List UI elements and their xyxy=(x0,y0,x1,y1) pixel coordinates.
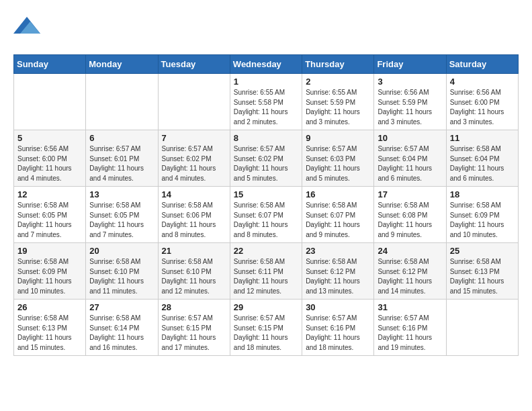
sunset-text: Sunset: 6:11 PM xyxy=(234,268,283,275)
day-number: 30 xyxy=(306,302,370,312)
sunset-text: Sunset: 6:12 PM xyxy=(306,268,355,275)
day-number: 5 xyxy=(17,133,82,143)
sunrise-text: Sunrise: 6:56 AM xyxy=(378,89,429,96)
calendar-cell xyxy=(158,74,230,130)
sunrise-text: Sunrise: 6:58 AM xyxy=(450,258,501,265)
sunset-text: Sunset: 6:02 PM xyxy=(162,155,212,163)
daylight-text: Daylight: 11 hours and 4 minutes. xyxy=(162,165,216,182)
calendar-cell: 9 Sunrise: 6:57 AM Sunset: 6:03 PM Dayli… xyxy=(302,130,374,187)
calendar-week-row: 1 Sunrise: 6:55 AM Sunset: 5:58 PM Dayli… xyxy=(14,74,519,130)
sunrise-text: Sunrise: 6:55 AM xyxy=(234,89,285,96)
calendar-cell xyxy=(446,300,518,356)
daylight-text: Daylight: 11 hours and 9 minutes. xyxy=(306,221,360,238)
day-of-week-header: Tuesday xyxy=(158,55,230,74)
day-info: Sunrise: 6:58 AM Sunset: 6:07 PM Dayligh… xyxy=(234,201,298,240)
sunset-text: Sunset: 6:12 PM xyxy=(378,268,427,275)
calendar-cell: 19 Sunrise: 6:58 AM Sunset: 6:09 PM Dayl… xyxy=(14,243,86,300)
sunrise-text: Sunrise: 6:58 AM xyxy=(450,145,501,152)
day-number: 2 xyxy=(306,77,370,87)
calendar-cell: 31 Sunrise: 6:57 AM Sunset: 6:16 PM Dayl… xyxy=(374,300,446,356)
calendar-cell: 2 Sunrise: 6:55 AM Sunset: 5:59 PM Dayli… xyxy=(302,74,374,130)
calendar-cell: 12 Sunrise: 6:58 AM Sunset: 6:05 PM Dayl… xyxy=(14,187,86,243)
logo xyxy=(13,13,43,44)
sunrise-text: Sunrise: 6:58 AM xyxy=(17,201,69,209)
sunrise-text: Sunrise: 6:55 AM xyxy=(306,89,357,96)
daylight-text: Daylight: 11 hours and 18 minutes. xyxy=(234,334,288,351)
sunset-text: Sunset: 6:06 PM xyxy=(162,212,212,219)
calendar-cell: 21 Sunrise: 6:58 AM Sunset: 6:10 PM Dayl… xyxy=(158,243,230,300)
sunrise-text: Sunrise: 6:58 AM xyxy=(162,201,213,209)
day-number: 3 xyxy=(378,77,442,87)
day-number: 23 xyxy=(306,246,370,256)
daylight-text: Daylight: 11 hours and 6 minutes. xyxy=(378,165,432,182)
day-info: Sunrise: 6:57 AM Sunset: 6:15 PM Dayligh… xyxy=(162,314,226,353)
sunset-text: Sunset: 6:15 PM xyxy=(234,324,283,332)
calendar-week-row: 19 Sunrise: 6:58 AM Sunset: 6:09 PM Dayl… xyxy=(14,243,519,300)
daylight-text: Daylight: 11 hours and 11 minutes. xyxy=(89,277,144,295)
day-info: Sunrise: 6:58 AM Sunset: 6:07 PM Dayligh… xyxy=(306,201,370,240)
sunset-text: Sunset: 5:59 PM xyxy=(306,99,355,106)
sunrise-text: Sunrise: 6:58 AM xyxy=(89,258,140,265)
day-number: 14 xyxy=(162,189,226,199)
day-info: Sunrise: 6:55 AM Sunset: 5:58 PM Dayligh… xyxy=(234,88,298,127)
sunrise-text: Sunrise: 6:58 AM xyxy=(378,201,429,209)
sunrise-text: Sunrise: 6:58 AM xyxy=(450,201,501,209)
day-number: 24 xyxy=(378,246,442,256)
day-number: 21 xyxy=(162,246,226,256)
sunset-text: Sunset: 6:09 PM xyxy=(450,212,500,219)
calendar-cell: 11 Sunrise: 6:58 AM Sunset: 6:04 PM Dayl… xyxy=(446,130,518,187)
daylight-text: Daylight: 11 hours and 13 minutes. xyxy=(306,277,360,295)
day-info: Sunrise: 6:58 AM Sunset: 6:10 PM Dayligh… xyxy=(162,257,226,296)
calendar-cell: 30 Sunrise: 6:57 AM Sunset: 6:16 PM Dayl… xyxy=(302,300,374,356)
logo-bird-icon xyxy=(13,13,40,44)
sunset-text: Sunset: 6:07 PM xyxy=(306,212,355,219)
sunrise-text: Sunrise: 6:57 AM xyxy=(162,145,213,152)
day-info: Sunrise: 6:57 AM Sunset: 6:02 PM Dayligh… xyxy=(234,144,298,183)
sunset-text: Sunset: 6:02 PM xyxy=(234,155,283,163)
day-info: Sunrise: 6:57 AM Sunset: 6:04 PM Dayligh… xyxy=(378,144,442,183)
calendar-cell: 18 Sunrise: 6:58 AM Sunset: 6:09 PM Dayl… xyxy=(446,187,518,243)
daylight-text: Daylight: 11 hours and 4 minutes. xyxy=(17,165,72,182)
day-number: 17 xyxy=(378,189,442,199)
day-number: 6 xyxy=(89,133,154,143)
day-number: 19 xyxy=(17,246,82,256)
day-info: Sunrise: 6:55 AM Sunset: 5:59 PM Dayligh… xyxy=(306,88,370,127)
daylight-text: Daylight: 11 hours and 17 minutes. xyxy=(162,334,216,351)
sunset-text: Sunset: 6:04 PM xyxy=(450,155,500,163)
sunrise-text: Sunrise: 6:58 AM xyxy=(89,201,140,209)
calendar-cell: 17 Sunrise: 6:58 AM Sunset: 6:08 PM Dayl… xyxy=(374,187,446,243)
daylight-text: Daylight: 11 hours and 12 minutes. xyxy=(162,277,216,295)
calendar-cell: 23 Sunrise: 6:58 AM Sunset: 6:12 PM Dayl… xyxy=(302,243,374,300)
day-number: 31 xyxy=(378,302,442,312)
daylight-text: Daylight: 11 hours and 9 minutes. xyxy=(378,221,432,238)
sunset-text: Sunset: 6:09 PM xyxy=(17,268,67,275)
sunset-text: Sunset: 6:07 PM xyxy=(234,212,283,219)
daylight-text: Daylight: 11 hours and 19 minutes. xyxy=(378,334,432,351)
day-info: Sunrise: 6:57 AM Sunset: 6:03 PM Dayligh… xyxy=(306,144,370,183)
sunrise-text: Sunrise: 6:58 AM xyxy=(17,258,69,265)
daylight-text: Daylight: 11 hours and 4 minutes. xyxy=(89,165,144,182)
day-number: 16 xyxy=(306,189,370,199)
sunset-text: Sunset: 6:10 PM xyxy=(89,268,139,275)
day-number: 25 xyxy=(450,246,515,256)
sunset-text: Sunset: 6:15 PM xyxy=(162,324,212,332)
day-number: 1 xyxy=(234,77,298,87)
day-number: 11 xyxy=(450,133,515,143)
daylight-text: Daylight: 11 hours and 2 minutes. xyxy=(234,108,288,126)
day-of-week-header: Monday xyxy=(86,55,158,74)
calendar-week-row: 26 Sunrise: 6:58 AM Sunset: 6:13 PM Dayl… xyxy=(14,300,519,356)
calendar-cell: 28 Sunrise: 6:57 AM Sunset: 6:15 PM Dayl… xyxy=(158,300,230,356)
calendar-cell: 26 Sunrise: 6:58 AM Sunset: 6:13 PM Dayl… xyxy=(14,300,86,356)
sunrise-text: Sunrise: 6:58 AM xyxy=(306,201,357,209)
calendar-table: SundayMondayTuesdayWednesdayThursdayFrid… xyxy=(13,54,519,356)
day-of-week-header: Thursday xyxy=(302,55,374,74)
daylight-text: Daylight: 11 hours and 8 minutes. xyxy=(234,221,288,238)
daylight-text: Daylight: 11 hours and 10 minutes. xyxy=(17,277,72,295)
calendar-cell xyxy=(14,74,86,130)
day-info: Sunrise: 6:58 AM Sunset: 6:12 PM Dayligh… xyxy=(306,257,370,296)
day-number: 15 xyxy=(234,189,298,199)
sunset-text: Sunset: 6:05 PM xyxy=(89,212,139,219)
day-number: 7 xyxy=(162,133,226,143)
day-number: 12 xyxy=(17,189,82,199)
day-info: Sunrise: 6:56 AM Sunset: 5:59 PM Dayligh… xyxy=(378,88,442,127)
